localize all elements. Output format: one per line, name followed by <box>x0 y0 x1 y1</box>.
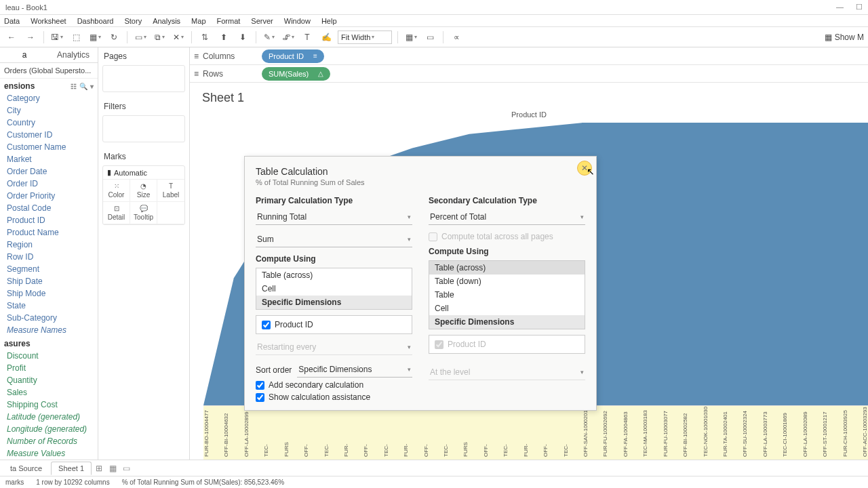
dimension-field[interactable]: Segment <box>0 263 98 275</box>
auto-update-button[interactable]: ▦ <box>87 30 102 45</box>
measure-field[interactable]: Profit <box>0 362 98 374</box>
presentation-button[interactable]: ▭ <box>422 30 437 45</box>
dimension-field[interactable]: Customer ID <box>0 129 98 141</box>
dimension-field[interactable]: Row ID <box>0 251 98 263</box>
menu-server[interactable]: Server <box>251 17 273 25</box>
minimize-icon[interactable]: — <box>836 3 844 12</box>
compute-option[interactable]: Table (across) <box>256 268 412 282</box>
dimension-field[interactable]: Measure Names <box>0 324 98 336</box>
marks-tooltip[interactable]: 💬Tooltip <box>130 202 157 224</box>
sort-order-select[interactable]: Specific Dimensions▾ <box>297 362 412 378</box>
dimension-field[interactable]: Category <box>0 92 98 104</box>
refresh-button[interactable]: ↻ <box>106 30 121 45</box>
menu-worksheet[interactable]: Worksheet <box>31 17 66 25</box>
new-datasource-button[interactable]: ⬚ <box>68 30 83 45</box>
measure-field[interactable]: Number of Records <box>0 435 98 447</box>
primary-agg-select[interactable]: Sum▾ <box>256 232 412 247</box>
filters-shelf[interactable] <box>102 115 185 142</box>
show-me-button[interactable]: ▦ Show M <box>825 33 864 42</box>
dimension-field[interactable]: Sub-Category <box>0 312 98 324</box>
duplicate-button[interactable]: ⧉ <box>152 30 167 45</box>
back-button[interactable]: ← <box>4 30 19 45</box>
marks-label[interactable]: TLabel <box>157 180 184 202</box>
sheet-title[interactable]: Sheet 1 <box>190 83 868 109</box>
tab-data[interactable]: a <box>0 47 49 62</box>
dimension-field[interactable]: Ship Mode <box>0 287 98 300</box>
measure-field[interactable]: Longitude (generated) <box>0 423 98 435</box>
swap-button[interactable]: ⇅ <box>197 30 212 45</box>
dimension-field[interactable]: Ship Date <box>0 275 98 287</box>
rows-shelf[interactable]: ≡Rows SUM(Sales)△ <box>190 65 868 83</box>
menu-format[interactable]: Format <box>217 17 241 25</box>
add-secondary-checkbox[interactable] <box>256 381 264 390</box>
compute-option[interactable]: Cell <box>429 302 585 315</box>
measure-field[interactable]: Discount <box>0 350 98 362</box>
tab-sheet1[interactable]: Sheet 1 <box>51 462 92 475</box>
dimension-field[interactable]: Country <box>0 117 98 129</box>
menu-map[interactable]: Map <box>191 17 205 25</box>
dimension-field[interactable]: Product ID <box>0 214 98 226</box>
secondary-compute-listbox[interactable]: Table (across)Table (down)TableCellSpeci… <box>429 260 585 329</box>
datasource-name[interactable]: Orders (Global Supersto... <box>0 63 98 79</box>
forward-button[interactable]: → <box>23 30 38 45</box>
dimension-field[interactable]: Postal Code <box>0 202 98 214</box>
pages-shelf[interactable] <box>102 65 185 92</box>
fit-mode-select[interactable]: Fit Width <box>338 30 392 44</box>
menu-analysis[interactable]: Analysis <box>153 17 180 25</box>
productid-checkbox[interactable] <box>262 321 271 329</box>
show-assistance-checkbox[interactable] <box>256 393 264 402</box>
new-story-icon[interactable]: ▭ <box>120 462 132 474</box>
columns-shelf[interactable]: ≡Columns Product ID≡ <box>190 47 868 65</box>
marks-color[interactable]: ⁙Color <box>103 180 130 202</box>
cards-button[interactable]: ▦ <box>403 30 418 45</box>
highlight-button[interactable]: ✎ <box>262 30 277 45</box>
view-toggle-icon[interactable]: ☷ <box>71 83 77 90</box>
dimension-field[interactable]: Product Name <box>0 226 98 239</box>
close-button[interactable]: ✕ <box>577 161 592 176</box>
labels-button[interactable]: T <box>300 30 315 45</box>
dimension-field[interactable]: Region <box>0 239 98 251</box>
menu-dashboard[interactable]: Dashboard <box>77 17 114 25</box>
columns-pill-productid[interactable]: Product ID≡ <box>262 49 324 63</box>
dimension-field[interactable]: State <box>0 300 98 312</box>
clear-button[interactable]: ✕ <box>171 30 186 45</box>
marks-size[interactable]: ◔Size <box>130 180 157 202</box>
maximize-icon[interactable]: ☐ <box>856 3 863 12</box>
tab-analytics[interactable]: Analytics <box>49 47 98 62</box>
rows-pill-sales[interactable]: SUM(Sales)△ <box>262 67 330 81</box>
tab-datasource[interactable]: ta Source <box>3 462 50 475</box>
dimension-field[interactable]: Customer Name <box>0 141 98 153</box>
group-button[interactable]: 🖇 <box>281 30 296 45</box>
primary-type-select[interactable]: Running Total▾ <box>256 209 412 225</box>
menu-story[interactable]: Story <box>124 17 142 25</box>
measure-field[interactable]: Sales <box>0 386 98 399</box>
measure-field[interactable]: Shipping Cost <box>0 399 98 411</box>
dimension-field[interactable]: Order Date <box>0 165 98 178</box>
dimension-field[interactable]: Order Priority <box>0 190 98 202</box>
measure-field[interactable]: Measure Values <box>0 447 98 460</box>
primary-compute-listbox[interactable]: Table (across)CellSpecific Dimensions <box>256 268 412 310</box>
dimension-field[interactable]: Order ID <box>0 178 98 190</box>
find-icon[interactable]: 🔍 <box>79 83 87 90</box>
measure-field[interactable]: Quantity <box>0 374 98 386</box>
compute-option[interactable]: Specific Dimensions <box>429 315 585 329</box>
menu-help[interactable]: Help <box>321 17 337 25</box>
menu-icon[interactable]: ▾ <box>90 83 94 90</box>
compute-option[interactable]: Table <box>429 288 585 302</box>
sort-desc-button[interactable]: ⬇ <box>235 30 250 45</box>
menu-window[interactable]: Window <box>284 17 311 25</box>
sort-asc-button[interactable]: ⬆ <box>216 30 231 45</box>
marks-type-select[interactable]: ▮ Automatic <box>103 166 184 180</box>
measure-field[interactable]: Latitude (generated) <box>0 411 98 423</box>
dimension-field[interactable]: City <box>0 104 98 117</box>
new-worksheet-button[interactable]: ▭ <box>133 30 148 45</box>
annotate-button[interactable]: ✍ <box>319 30 334 45</box>
share-button[interactable]: ∝ <box>449 30 464 45</box>
marks-detail[interactable]: ⊡Detail <box>103 202 130 224</box>
compute-option[interactable]: Table (across) <box>429 261 585 274</box>
compute-option[interactable]: Cell <box>256 282 412 296</box>
save-button[interactable]: 🖫 <box>50 30 64 45</box>
new-dashboard-icon[interactable]: ▦ <box>106 462 119 474</box>
menu-data[interactable]: Data <box>4 17 20 25</box>
new-worksheet-icon[interactable]: ⊞ <box>93 462 105 474</box>
